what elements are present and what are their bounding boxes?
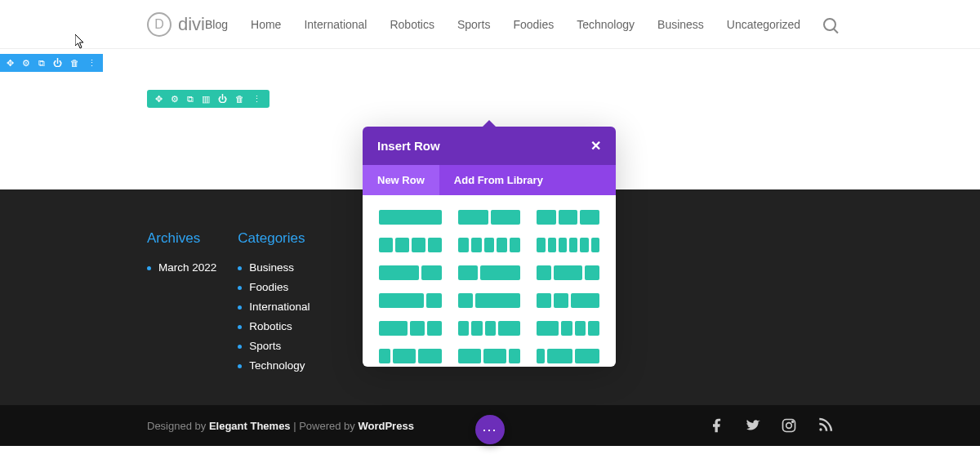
site-header: D divi Blog Home International Robotics … — [0, 0, 980, 49]
svg-point-2 — [792, 421, 794, 423]
list-item[interactable]: International — [238, 301, 310, 313]
column-layout-option[interactable] — [458, 349, 521, 363]
column-layout-option[interactable] — [458, 265, 521, 280]
power-icon[interactable]: ⏻ — [218, 94, 227, 104]
column-layout-option[interactable] — [379, 265, 442, 280]
site-logo[interactable]: D divi — [147, 12, 205, 37]
column-layout-option[interactable] — [537, 321, 599, 336]
footer-credit: Designed by Elegant Themes | Powered by … — [147, 420, 414, 432]
list-item[interactable]: Foodies — [238, 281, 310, 293]
modal-title: Insert Row — [377, 139, 440, 153]
nav-link[interactable]: Sports — [457, 18, 490, 31]
modal-body — [363, 195, 616, 367]
list-item[interactable]: Technology — [238, 359, 310, 372]
nav-link[interactable]: Robotics — [390, 18, 434, 31]
modal-tabs: New Row Add From Library — [363, 165, 616, 195]
layout-grid — [379, 210, 599, 363]
column-layout-option[interactable] — [537, 349, 599, 363]
column-layout-option[interactable] — [379, 293, 442, 308]
column-layout-option[interactable] — [537, 293, 599, 308]
column-layout-option[interactable] — [458, 238, 521, 252]
twitter-icon[interactable] — [745, 417, 761, 434]
close-icon[interactable]: ✕ — [590, 138, 601, 154]
modal-arrow — [482, 120, 497, 127]
gear-icon[interactable]: ⚙ — [22, 58, 30, 69]
column-layout-option[interactable] — [537, 210, 599, 225]
column-layout-option[interactable] — [379, 238, 442, 252]
nav-link[interactable]: Home — [251, 18, 281, 31]
footer-archives: Archives March 2022 — [147, 230, 216, 379]
instagram-icon[interactable] — [781, 417, 797, 434]
nav-link[interactable]: Business — [657, 18, 704, 31]
more-icon[interactable]: ⋮ — [87, 58, 96, 69]
nav-link[interactable]: Blog — [205, 18, 228, 31]
column-layout-option[interactable] — [458, 210, 521, 225]
column-layout-option[interactable] — [458, 321, 521, 336]
rss-icon[interactable] — [817, 417, 833, 434]
column-layout-option[interactable] — [458, 293, 521, 308]
duplicate-icon[interactable]: ⧉ — [187, 94, 194, 105]
credit-theme-link[interactable]: Elegant Themes — [209, 420, 291, 432]
column-layout-option[interactable] — [379, 210, 442, 225]
logo-mark: D — [147, 12, 172, 37]
list-item[interactable]: March 2022 — [147, 261, 216, 274]
insert-row-modal: Insert Row ✕ New Row Add From Library — [363, 127, 616, 367]
gear-icon[interactable]: ⚙ — [171, 94, 179, 105]
section-toolbar: ✥ ⚙ ⧉ ⏻ 🗑 ⋮ — [0, 54, 103, 72]
footer-categories: Categories Business Foodies Internationa… — [238, 230, 310, 379]
nav-link[interactable]: International — [304, 18, 367, 31]
tab-add-from-library[interactable]: Add From Library — [439, 165, 558, 195]
archives-heading: Archives — [147, 230, 216, 247]
svg-point-3 — [819, 428, 822, 430]
nav-link[interactable]: Foodies — [513, 18, 554, 31]
column-layout-option[interactable] — [379, 321, 442, 336]
tab-new-row[interactable]: New Row — [363, 165, 439, 195]
page-settings-fab[interactable]: ⋯ — [475, 415, 505, 444]
list-item[interactable]: Robotics — [238, 320, 310, 332]
list-item[interactable]: Sports — [238, 340, 310, 352]
list-item[interactable]: Business — [238, 261, 310, 274]
column-layout-option[interactable] — [537, 265, 599, 280]
duplicate-icon[interactable]: ⧉ — [38, 58, 45, 69]
modal-header: Insert Row ✕ — [363, 127, 616, 165]
move-icon[interactable]: ✥ — [155, 94, 163, 105]
trash-icon[interactable]: 🗑 — [70, 58, 79, 68]
row-toolbar: ✥ ⚙ ⧉ ▥ ⏻ 🗑 ⋮ — [147, 90, 270, 108]
trash-icon[interactable]: 🗑 — [235, 94, 244, 104]
move-icon[interactable]: ✥ — [7, 58, 14, 69]
facebook-icon[interactable] — [709, 417, 725, 434]
column-layout-option[interactable] — [379, 349, 442, 363]
more-icon[interactable]: ⋮ — [252, 94, 261, 105]
credit-platform-link[interactable]: WordPress — [358, 420, 413, 432]
categories-heading: Categories — [238, 230, 310, 247]
columns-icon[interactable]: ▥ — [202, 94, 210, 105]
nav-link[interactable]: Uncategorized — [727, 18, 800, 31]
logo-text: divi — [178, 14, 205, 35]
primary-nav: Blog Home International Robotics Sports … — [205, 18, 836, 31]
nav-link[interactable]: Technology — [577, 18, 635, 31]
power-icon[interactable]: ⏻ — [53, 58, 62, 68]
social-icons — [709, 417, 833, 434]
search-icon[interactable] — [823, 18, 836, 31]
column-layout-option[interactable] — [537, 238, 599, 252]
svg-point-1 — [786, 423, 792, 429]
